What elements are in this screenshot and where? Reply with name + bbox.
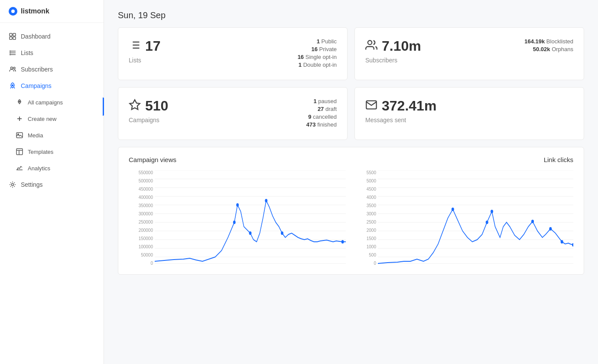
sidebar-item-settings[interactable]: Settings	[0, 176, 104, 193]
svg-point-62	[549, 227, 552, 231]
sidebar-item-subscribers[interactable]: Subscribers	[0, 61, 104, 78]
mail-icon	[365, 99, 377, 114]
lists-label: Lists	[129, 57, 161, 64]
views-chart: 0 50000 100000 150000 200000 250000 3000…	[129, 170, 346, 266]
gear-icon	[9, 181, 16, 188]
dashboard-label: Dashboard	[21, 33, 51, 40]
active-indicator	[103, 98, 104, 116]
users-icon	[9, 65, 16, 73]
svg-point-44	[281, 231, 283, 235]
plus-icon	[16, 115, 23, 123]
campaigns-stat-main: 510 Campaigns 1 paused 27 draft 9 cancel…	[129, 98, 337, 129]
svg-rect-3	[13, 37, 16, 39]
svg-point-10	[12, 85, 13, 86]
templates-label: Templates	[28, 149, 53, 155]
svg-rect-7	[10, 50, 11, 55]
svg-point-11	[19, 101, 20, 102]
svg-rect-0	[10, 33, 12, 36]
sidebar-item-lists[interactable]: Lists	[0, 45, 104, 61]
single-optin-count: 16	[298, 54, 304, 60]
clicks-chart: 0 500 1000 1500 2000 2500 3000 3500 4000…	[356, 170, 573, 266]
sidebar-item-dashboard[interactable]: Dashboard	[0, 28, 104, 45]
lists-breakdown: 1 Public 16 Private 16 Single opt-in 1 D…	[298, 38, 337, 69]
public-count: 1	[317, 38, 320, 45]
svg-point-27	[368, 40, 372, 44]
list-icon	[9, 49, 16, 57]
lists-stat-left: 17 Lists	[129, 38, 161, 64]
svg-point-63	[561, 240, 563, 244]
lists-stat-main: 17 Lists 1 Public 16 Private 16 Single o…	[129, 38, 337, 69]
subscribers-stat-left: 7.10m Subscribers	[365, 38, 421, 64]
svg-point-20	[12, 184, 14, 186]
image-icon	[16, 131, 23, 139]
campaigns-stat-left: 510 Campaigns	[129, 98, 168, 124]
subscribers-count: 7.10m	[382, 38, 421, 54]
lists-count: 17	[145, 38, 161, 54]
rocket-icon	[9, 82, 16, 90]
subscribers-stat-main: 7.10m Subscribers 164.19k Blocklisted 50…	[365, 38, 573, 64]
clicks-chart-svg	[378, 170, 573, 266]
subscribers-label: Subscribers	[21, 66, 53, 73]
finished-count: 473	[306, 121, 316, 128]
lists-stat-card: 17 Lists 1 Public 16 Private 16 Single o…	[118, 27, 348, 80]
svg-point-60	[491, 210, 493, 213]
campaigns-label: Campaigns	[129, 117, 168, 124]
main-content: Sun, 19 Sep	[104, 0, 598, 364]
svg-point-61	[531, 220, 534, 223]
campaigns-label: Campaigns	[21, 82, 52, 89]
page-header: Sun, 19 Sep	[104, 0, 598, 27]
messages-stat-main: 372.41m Messages sent	[365, 98, 573, 124]
sidebar-item-analytics[interactable]: Analytics	[0, 160, 104, 176]
private-count: 16	[311, 46, 317, 52]
lists-number: 17	[129, 38, 161, 54]
sidebar-item-create-new[interactable]: Create new	[0, 110, 104, 127]
subscribers-label: Subscribers	[365, 57, 421, 64]
settings-label: Settings	[21, 181, 43, 188]
lists-label: Lists	[21, 49, 33, 56]
double-optin-count: 1	[299, 62, 302, 68]
views-chart-title: Campaign views	[129, 156, 176, 163]
app-name: listmonk	[21, 7, 49, 15]
sidebar-item-all-campaigns[interactable]: All campaigns	[0, 94, 104, 110]
draft-count: 27	[318, 106, 324, 112]
rocket-small-icon	[16, 98, 23, 106]
messages-count: 372.41m	[382, 98, 436, 114]
logo-area[interactable]: listmonk	[0, 0, 104, 23]
subscribers-icon	[365, 39, 377, 54]
charts-card: Campaign views Link clicks 0 50000 10000…	[118, 147, 584, 275]
analytics-label: Analytics	[28, 165, 50, 172]
svg-point-43	[265, 199, 267, 202]
sidebar: listmonk Dashboard	[0, 0, 104, 364]
campaigns-icon	[129, 99, 141, 114]
all-campaigns-label: All campaigns	[28, 99, 63, 106]
lists-icon	[129, 39, 141, 54]
chart-header: Campaign views Link clicks	[129, 156, 573, 163]
messages-stat-card: 372.41m Messages sent	[354, 87, 584, 140]
sidebar-item-campaigns[interactable]: Campaigns	[0, 78, 104, 94]
svg-point-45	[341, 240, 344, 244]
main-nav: Dashboard Lists	[0, 23, 104, 364]
svg-point-59	[486, 221, 488, 224]
subscribers-number: 7.10m	[365, 38, 421, 54]
campaigns-stat-card: 510 Campaigns 1 paused 27 draft 9 cancel…	[118, 87, 348, 140]
messages-label: Messages sent	[365, 117, 436, 124]
date-label: Sun, 19 Sep	[118, 10, 166, 20]
svg-point-42	[249, 231, 252, 235]
subscribers-breakdown: 164.19k Blocklisted 50.02k Orphans	[524, 38, 573, 54]
svg-point-40	[233, 221, 236, 224]
svg-point-8	[11, 67, 13, 69]
svg-rect-16	[16, 149, 23, 155]
sidebar-item-templates[interactable]: Templates	[0, 143, 104, 160]
logo-icon	[9, 7, 17, 16]
svg-point-9	[13, 67, 15, 69]
sidebar-item-media[interactable]: Media	[0, 127, 104, 143]
clicks-chart-title: Link clicks	[544, 156, 573, 163]
template-icon	[16, 148, 23, 156]
svg-point-64	[572, 243, 573, 247]
views-chart-svg	[155, 170, 346, 266]
blocklisted-count: 164.19k	[524, 38, 545, 45]
messages-stat-left: 372.41m Messages sent	[365, 98, 436, 124]
campaigns-subnav: All campaigns Create new	[0, 94, 104, 176]
charts-inner: 0 50000 100000 150000 200000 250000 3000…	[129, 170, 573, 266]
svg-rect-1	[13, 33, 16, 36]
